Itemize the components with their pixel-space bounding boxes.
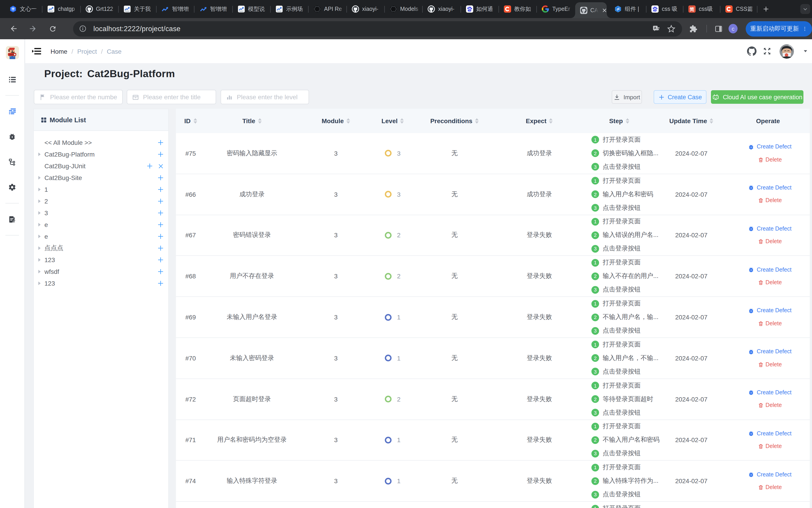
column-header-module[interactable]: Module	[299, 109, 373, 133]
cloud-ai-button[interactable]: Cloud AI use case generation	[711, 90, 803, 104]
sidebar-item-tree[interactable]	[0, 149, 25, 175]
browser-tab[interactable]: 简css吸	[683, 0, 720, 18]
sidebar-item-gear[interactable]	[0, 175, 25, 200]
create-defect-link[interactable]: Create Defect	[748, 265, 792, 274]
tree-expand-caret-icon[interactable]	[36, 258, 43, 262]
fullscreen-icon[interactable]	[763, 39, 771, 63]
delete-link[interactable]: Delete	[758, 442, 782, 451]
create-defect-link[interactable]: Create Defect	[748, 306, 792, 315]
browser-tab[interactable]: 组件 |	[609, 0, 646, 18]
browser-tab-active[interactable]: CA	[575, 2, 607, 18]
browser-tab[interactable]: xiaoyi-	[423, 0, 461, 18]
module-tree-node[interactable]: 123	[34, 254, 168, 266]
sorter-icon[interactable]	[400, 118, 404, 124]
create-defect-link[interactable]: Create Defect	[748, 184, 792, 192]
browser-tab[interactable]: API Re	[309, 0, 347, 18]
sidebar-item-bug[interactable]	[0, 124, 25, 149]
tree-add-icon[interactable]	[158, 221, 164, 228]
tree-add-icon[interactable]	[158, 139, 164, 146]
user-menu-caret-icon[interactable]	[803, 39, 808, 63]
tree-add-icon[interactable]	[158, 186, 164, 193]
browser-tab[interactable]: chatgp	[43, 0, 81, 18]
tree-add-icon[interactable]	[158, 280, 164, 287]
module-tree-node[interactable]: 123	[34, 278, 168, 289]
create-case-button[interactable]: Create Case	[654, 90, 707, 104]
address-url[interactable]: localhost:2222/project/case	[93, 25, 653, 33]
module-tree-node[interactable]: Cat2Bug-Platform	[34, 149, 168, 160]
create-defect-link[interactable]: Create Defect	[748, 142, 792, 151]
browser-tab[interactable]: ducss 吸	[646, 0, 683, 18]
module-tree-node[interactable]: << All Module >>	[34, 137, 168, 149]
tree-expand-caret-icon[interactable]	[36, 176, 43, 179]
column-header-id[interactable]: ID	[176, 109, 205, 133]
create-defect-link[interactable]: Create Defect	[748, 388, 792, 397]
browser-reload-button[interactable]	[47, 23, 58, 34]
sorter-icon[interactable]	[346, 118, 350, 124]
delete-link[interactable]: Delete	[758, 279, 782, 287]
import-button[interactable]: Import	[612, 90, 642, 104]
sorter-icon[interactable]	[475, 118, 479, 124]
browser-tab[interactable]: TypeEr	[537, 0, 575, 18]
site-info-icon[interactable]	[79, 25, 87, 33]
browser-tab[interactable]: 关于我	[119, 0, 157, 18]
extensions-icon[interactable]	[688, 23, 699, 34]
browser-tab[interactable]: 示例场	[271, 0, 309, 18]
tree-add-icon[interactable]	[158, 151, 164, 158]
sorter-icon[interactable]	[626, 118, 629, 124]
tree-expand-caret-icon[interactable]	[36, 235, 43, 238]
column-header-expect[interactable]: Expect	[497, 109, 582, 133]
breadcrumb-case[interactable]: Case	[107, 48, 121, 55]
tree-expand-caret-icon[interactable]	[36, 223, 43, 226]
browser-tab[interactable]: CSS篇	[720, 0, 758, 18]
tree-add-icon[interactable]	[158, 233, 164, 240]
module-tree-node[interactable]: e	[34, 219, 168, 230]
tree-add-icon[interactable]	[158, 210, 164, 216]
breadcrumb-home[interactable]: Home	[50, 48, 68, 55]
module-tree-node[interactable]: wfsdf	[34, 266, 168, 278]
tree-expand-caret-icon[interactable]	[36, 188, 43, 191]
browser-tab[interactable]: 教你如	[499, 0, 537, 18]
sorter-icon[interactable]	[710, 118, 714, 124]
create-defect-link[interactable]: Create Defect	[748, 429, 792, 438]
tree-add-icon[interactable]	[158, 257, 164, 263]
browser-update-button[interactable]: 重新启动即可更新	[746, 21, 812, 36]
browser-tab[interactable]: 文心一	[4, 0, 43, 18]
filter-title-input[interactable]: Please enter the title	[127, 90, 216, 104]
browser-tab[interactable]: 智增增	[195, 0, 233, 18]
filter-number-input[interactable]: Please enter the numbe	[34, 90, 123, 104]
tree-add-icon[interactable]	[146, 163, 153, 169]
tree-add-icon[interactable]	[158, 175, 164, 181]
sorter-icon[interactable]	[193, 118, 197, 124]
column-header-preconditions[interactable]: Preconditions	[412, 109, 497, 133]
sidebar-item-doc-edit[interactable]	[0, 207, 25, 232]
module-tree-node[interactable]: 点点点	[34, 242, 168, 254]
tree-add-icon[interactable]	[158, 245, 164, 251]
tree-expand-caret-icon[interactable]	[36, 270, 43, 273]
tree-add-icon[interactable]	[158, 198, 164, 204]
breadcrumb-project[interactable]: Project	[77, 48, 97, 55]
side-panel-icon[interactable]	[713, 23, 724, 34]
tree-close-icon[interactable]	[158, 163, 164, 169]
module-tree-node[interactable]: Cat2Bug-JUnit	[34, 160, 168, 172]
module-tree-node[interactable]: 3	[34, 207, 168, 219]
sidebar-item-list-menu[interactable]	[0, 67, 25, 92]
delete-link[interactable]: Delete	[758, 197, 782, 205]
tree-expand-caret-icon[interactable]	[36, 153, 43, 156]
column-header-title[interactable]: Title	[205, 109, 299, 133]
tree-expand-caret-icon[interactable]	[36, 246, 43, 250]
delete-link[interactable]: Delete	[758, 237, 782, 246]
column-header-step[interactable]: Step	[582, 109, 656, 133]
delete-link[interactable]: Delete	[758, 360, 782, 369]
delete-link[interactable]: Delete	[758, 320, 782, 328]
app-logo[interactable]	[6, 46, 19, 59]
sidebar-item-case-list-active[interactable]	[0, 99, 25, 124]
sorter-icon[interactable]	[258, 118, 262, 124]
module-tree-node[interactable]: 2	[34, 195, 168, 207]
module-tree-node[interactable]: 1	[34, 184, 168, 195]
github-icon[interactable]	[747, 39, 757, 63]
browser-tab[interactable]: 智增增	[157, 0, 195, 18]
browser-tab[interactable]: Models	[385, 0, 423, 18]
menu-fold-icon[interactable]	[32, 46, 42, 56]
tree-expand-caret-icon[interactable]	[36, 211, 43, 215]
column-header-update-time[interactable]: Update Time	[656, 109, 726, 133]
